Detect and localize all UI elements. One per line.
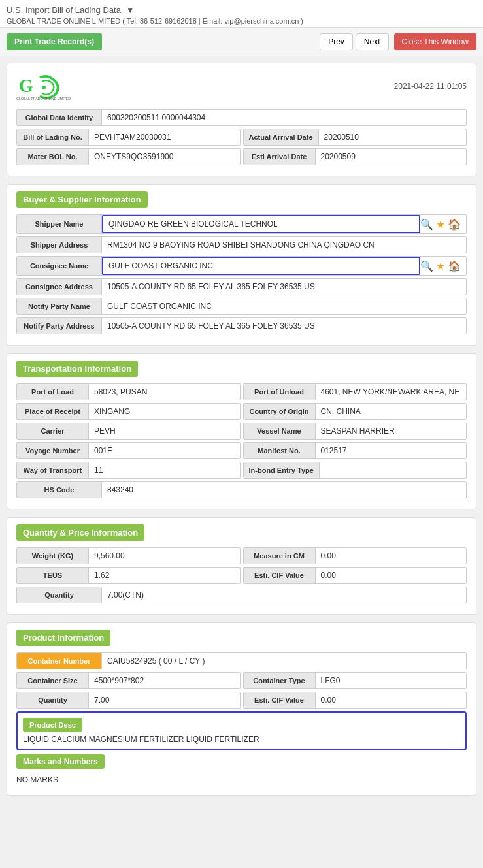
product-quantity-half: Quantity 7.00 xyxy=(16,692,241,709)
consignee-home-icon[interactable]: 🏠 xyxy=(448,260,461,272)
weight-label: Weight (KG) xyxy=(17,548,89,564)
next-button[interactable]: Next xyxy=(356,33,389,50)
logo-row: G GLOBAL TRADE ONLINE LIMITED 2021-04-22… xyxy=(16,70,467,103)
nav-group: Prev Next xyxy=(320,33,388,50)
voyage-manifest-row: Voyage Number 001E Manifest No. 012517 xyxy=(16,442,467,459)
product-esti-cif-value: 0.00 xyxy=(316,692,467,708)
product-header: Product Information xyxy=(16,630,110,646)
hs-code-value: 843240 xyxy=(102,482,466,498)
product-esti-cif-label: Esti. CIF Value xyxy=(244,692,316,708)
top-bar: U.S. Import Bill of Lading Data ▼ GLOBAL… xyxy=(0,0,483,28)
bol-arrival-row: Bill of Lading No. PEVHTJAM20030031 Actu… xyxy=(16,129,467,146)
consignee-search-icon[interactable]: 🔍 xyxy=(420,260,433,272)
way-of-transport-value: 11 xyxy=(89,462,240,478)
carrier-half: Carrier PEVH xyxy=(16,423,241,440)
way-of-transport-label: Way of Transport xyxy=(17,462,89,478)
header-card: G GLOBAL TRADE ONLINE LIMITED 2021-04-22… xyxy=(7,63,476,176)
container-size-label: Container Size xyxy=(17,673,89,688)
prev-button[interactable]: Prev xyxy=(320,33,353,50)
manifest-no-half: Manifest No. 012517 xyxy=(243,442,467,459)
transportation-card: Transportation Information Port of Load … xyxy=(7,353,476,509)
close-button[interactable]: Close This Window xyxy=(394,33,476,50)
vessel-name-half: Vessel Name SEASPAN HARRIER xyxy=(243,423,467,440)
place-of-receipt-half: Place of Receipt XINGANG xyxy=(16,403,241,420)
quantity-price-header: Quantity & Price Information xyxy=(16,524,144,541)
actual-arrival-value: 20200510 xyxy=(319,129,466,145)
weight-measure-row: Weight (KG) 9,560.00 Measure in CM 0.00 xyxy=(16,547,467,564)
notify-party-address-value: 10505-A COUNTY RD 65 FOLEY AL 365 FOLEY … xyxy=(102,318,466,334)
port-of-load-half: Port of Load 58023, PUSAN xyxy=(16,383,241,400)
notify-party-name-label: Notify Party Name xyxy=(17,298,102,314)
shipper-star-icon[interactable]: ★ xyxy=(436,218,445,231)
buyer-supplier-card: Buyer & Supplier Information Shipper Nam… xyxy=(7,184,476,346)
consignee-name-row: Consignee Name GULF COAST ORGANIC INC 🔍 … xyxy=(16,256,467,276)
esti-cif-value: 0.00 xyxy=(316,568,467,583)
shipper-name-value: QINGDAO RE GREEN BIOLOGICAL TECHNOL xyxy=(102,215,420,233)
carrier-label: Carrier xyxy=(17,423,89,439)
container-type-half: Container Type LFG0 xyxy=(243,672,467,689)
product-desc-box: Product Desc LIQUID CALCIUM MAGNESIUM FE… xyxy=(16,711,467,750)
content: G GLOBAL TRADE ONLINE LIMITED 2021-04-22… xyxy=(0,56,483,810)
product-desc-value: LIQUID CALCIUM MAGNESIUM FERTILIZER LIQU… xyxy=(23,735,460,744)
svg-text:GLOBAL TRADE ONLINE LIMITED: GLOBAL TRADE ONLINE LIMITED xyxy=(16,97,71,101)
bol-value: PEVHTJAM20030031 xyxy=(89,129,240,145)
way-inbond-row: Way of Transport 11 In-bond Entry Type xyxy=(16,462,467,479)
quantity-row: Quantity 7.00(CTN) xyxy=(16,587,467,603)
port-of-unload-value: 4601, NEW YORK/NEWARK AREA, NE xyxy=(316,384,467,400)
in-bond-entry-label: In-bond Entry Type xyxy=(244,462,320,478)
measure-cm-half: Measure in CM 0.00 xyxy=(243,547,467,564)
shipper-icons: 🔍 ★ 🏠 xyxy=(420,215,466,233)
voyage-number-value: 001E xyxy=(89,443,240,458)
quantity-value: 7.00(CTN) xyxy=(102,587,466,603)
shipper-home-icon[interactable]: 🏠 xyxy=(448,218,461,231)
place-of-receipt-value: XINGANG xyxy=(89,404,240,419)
shipper-search-icon[interactable]: 🔍 xyxy=(420,218,433,231)
voyage-number-half: Voyage Number 001E xyxy=(16,442,241,459)
print-button[interactable]: Print Trade Record(s) xyxy=(7,33,102,50)
in-bond-entry-value xyxy=(320,462,466,478)
svg-point-1 xyxy=(42,86,46,89)
shipper-address-row: Shipper Address RM1304 NO 9 BAOYING ROAD… xyxy=(16,236,467,253)
consignee-address-label: Consignee Address xyxy=(17,279,102,295)
consignee-name-label: Consignee Name xyxy=(17,257,102,275)
vessel-name-label: Vessel Name xyxy=(244,423,316,439)
shipper-address-value: RM1304 NO 9 BAOYING ROAD SHIBEI SHANDONG… xyxy=(102,237,466,253)
marks-and-numbers-label: Marks and Numbers xyxy=(16,754,105,769)
carrier-vessel-row: Carrier PEVH Vessel Name SEASPAN HARRIER xyxy=(16,423,467,440)
mater-bol-label: Mater BOL No. xyxy=(17,149,89,165)
weight-value: 9,560.00 xyxy=(89,548,240,564)
place-of-receipt-label: Place of Receipt xyxy=(17,404,89,419)
port-of-unload-half: Port of Unload 4601, NEW YORK/NEWARK ARE… xyxy=(243,383,467,400)
buyer-supplier-header: Buyer & Supplier Information xyxy=(16,191,148,208)
mater-bol-half: Mater BOL No. ONEYTS9QO3591900 xyxy=(16,148,241,165)
port-of-load-value: 58023, PUSAN xyxy=(89,384,240,400)
page-subtitle: GLOBAL TRADE ONLINE LIMITED ( Tel: 86-51… xyxy=(7,17,476,25)
teus-value: 1.62 xyxy=(89,568,240,583)
title-arrow[interactable]: ▼ xyxy=(126,6,134,15)
port-of-load-label: Port of Load xyxy=(17,384,89,400)
container-type-label: Container Type xyxy=(244,673,316,688)
global-data-identity-label: Global Data Identity xyxy=(17,110,102,125)
esti-arrival-half: Esti Arrival Date 20200509 xyxy=(243,148,467,165)
country-of-origin-half: Country of Origin CN, CHINA xyxy=(243,403,467,420)
hs-code-row: HS Code 843240 xyxy=(16,481,467,498)
esti-cif-label: Esti. CIF Value xyxy=(244,568,316,583)
consignee-star-icon[interactable]: ★ xyxy=(436,260,445,272)
in-bond-entry-half: In-bond Entry Type xyxy=(243,462,467,479)
gio-logo: G GLOBAL TRADE ONLINE LIMITED xyxy=(16,70,75,103)
product-desc-label: Product Desc xyxy=(23,718,82,732)
global-data-identity-row: Global Data Identity 600320200511 000004… xyxy=(16,109,467,126)
quantity-price-card: Quantity & Price Information Weight (KG)… xyxy=(7,517,476,615)
port-row: Port of Load 58023, PUSAN Port of Unload… xyxy=(16,383,467,400)
bol-half: Bill of Lading No. PEVHTJAM20030031 xyxy=(16,129,241,146)
teus-cif-row: TEUS 1.62 Esti. CIF Value 0.00 xyxy=(16,567,467,584)
consignee-address-row: Consignee Address 10505-A COUNTY RD 65 F… xyxy=(16,278,467,295)
vessel-name-value: SEASPAN HARRIER xyxy=(316,423,467,439)
container-type-value: LFG0 xyxy=(316,673,467,688)
container-size-half: Container Size 4500*907*802 xyxy=(16,672,241,689)
mater-esti-row: Mater BOL No. ONEYTS9QO3591900 Esti Arri… xyxy=(16,148,467,165)
mater-bol-value: ONEYTS9QO3591900 xyxy=(89,149,240,165)
container-number-label: Container Number xyxy=(17,653,102,669)
port-of-unload-label: Port of Unload xyxy=(244,384,316,400)
measure-cm-value: 0.00 xyxy=(316,548,467,564)
